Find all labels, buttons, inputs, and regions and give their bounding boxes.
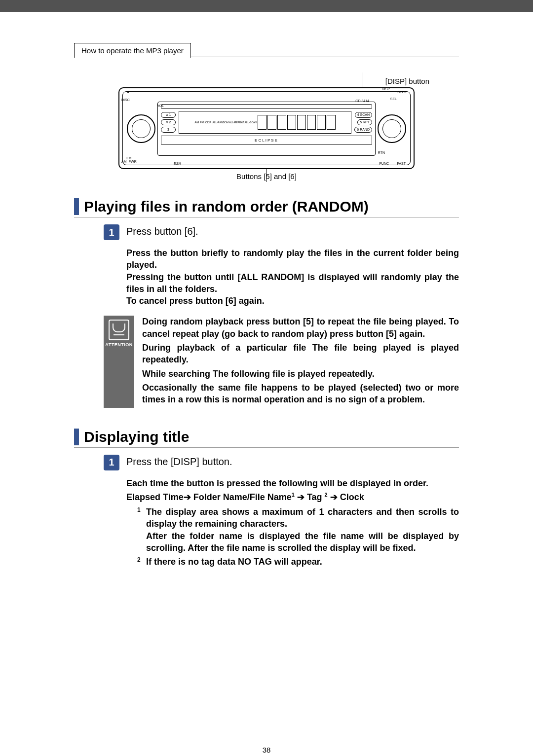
lcd-cdp: CDP <box>205 120 212 124</box>
section-title: Playing files in random order (RANDOM) <box>84 198 369 215</box>
section2-intro: Each time the button is pressed the foll… <box>126 477 459 489</box>
attention-p3: While searching The following file is pl… <box>142 368 459 380</box>
btn-scan: 4 SCAN <box>355 112 372 118</box>
callout-disp: [DISP] button <box>74 77 459 85</box>
device-frame: ▲ DISC SEEK DISP SEL CD 3414 VOL FMAM PW… <box>118 87 415 169</box>
device-figure: [DISP] button ▲ DISC SEEK DISP SEL CD 34… <box>74 77 459 180</box>
seg <box>307 115 316 130</box>
footnotes: 1 The display area shows a maximum of 1 … <box>137 506 459 568</box>
display-sequence: Elapsed Time➔ Folder Name/File Name1 ➔ T… <box>126 491 459 503</box>
seg <box>258 115 266 130</box>
preset-buttons-left: ∧ 1 ∨ 2 3 <box>161 112 176 133</box>
attention-sidebar: ATTENTION <box>104 316 134 407</box>
seg <box>277 115 286 130</box>
seq-folder: Folder Name/File Name <box>191 492 292 502</box>
mini-btn-2: ∨ 2 <box>161 119 176 125</box>
right-knob <box>378 114 406 143</box>
attention-block: ATTENTION Doing random playback press bu… <box>104 316 459 407</box>
seg <box>327 115 336 130</box>
brand-strip: ECLIPSE <box>161 136 372 144</box>
footnote-1: 1 The display area shows a maximum of 1 … <box>137 506 459 554</box>
section-heading-random: Playing files in random order (RANDOM) <box>74 198 459 217</box>
attention-p1: Doing random playback press button [5] t… <box>142 316 459 340</box>
mini-btn-3: 3 <box>161 127 176 133</box>
left-knob <box>127 114 155 143</box>
seq-elapsed: Elapsed Time <box>126 492 184 502</box>
seg <box>297 115 306 130</box>
preset-buttons-right: 4 SCAN 5 RPT 6 RAND <box>354 112 372 133</box>
seq-tag: Tag <box>305 492 325 502</box>
device-inner: ∧ 1 ∨ 2 3 AM FM CDP ALL-RANDOM ALL-REPEA… <box>122 91 411 165</box>
footnote-2: 2 If there is no tag data NO TAG will ap… <box>137 556 459 568</box>
leader-line <box>363 72 363 88</box>
seg <box>267 115 276 130</box>
lcd-amfm: AM FM <box>194 120 204 124</box>
lcd-display: AM FM CDP ALL-RANDOM ALL-REPEAT ALL-SCAN <box>179 111 351 134</box>
attention-p4: Occasionally the same file happens to be… <box>142 382 459 406</box>
heading-accent <box>74 429 79 445</box>
cd-slot <box>161 104 372 109</box>
book-icon <box>109 320 129 340</box>
leader-line <box>266 168 267 182</box>
attention-body: Doing random playback press button [5] t… <box>142 316 459 407</box>
step-number-badge: 1 <box>104 224 119 240</box>
section-heading-title: Displaying title <box>74 429 459 448</box>
step-1b: 1 Press the [DISP] button. <box>104 455 459 470</box>
disp-label: DISP <box>382 87 390 91</box>
btn-rand: 6 RAND <box>354 127 372 133</box>
seq-clock: Clock <box>338 492 364 502</box>
manual-page: How to operate the MP3 player [DISP] but… <box>0 12 533 756</box>
mini-btn-1: ∧ 1 <box>161 112 176 118</box>
attention-label: ATTENTION <box>105 342 132 347</box>
footnote-2-text: If there is no tag data NO TAG will appe… <box>146 557 322 567</box>
section-title: Displaying title <box>84 429 189 445</box>
footnote-1-text: The display area shows a maximum of 1 ch… <box>146 507 459 553</box>
step-instruction: Press the [DISP] button. <box>126 455 232 470</box>
section1-body: Press the button briefly to randomly pla… <box>126 247 459 307</box>
center-panel: ∧ 1 ∨ 2 3 AM FM CDP ALL-RANDOM ALL-REPEA… <box>157 102 376 156</box>
attention-p2: During playback of a particular file The… <box>142 342 459 366</box>
btn-rpt: 5 RPT <box>357 119 372 125</box>
step-instruction: Press button [6]. <box>126 224 198 240</box>
breadcrumb-tab: How to operate the MP3 player <box>74 43 191 58</box>
heading-accent <box>74 198 79 215</box>
step-1: 1 Press button [6]. <box>104 224 459 240</box>
seg <box>317 115 326 130</box>
step-number-badge: 1 <box>104 455 119 470</box>
page-number: 38 <box>0 746 533 754</box>
lcd-mode: ALL-RANDOM ALL-REPEAT ALL-SCAN <box>212 120 257 124</box>
seg <box>287 115 296 130</box>
